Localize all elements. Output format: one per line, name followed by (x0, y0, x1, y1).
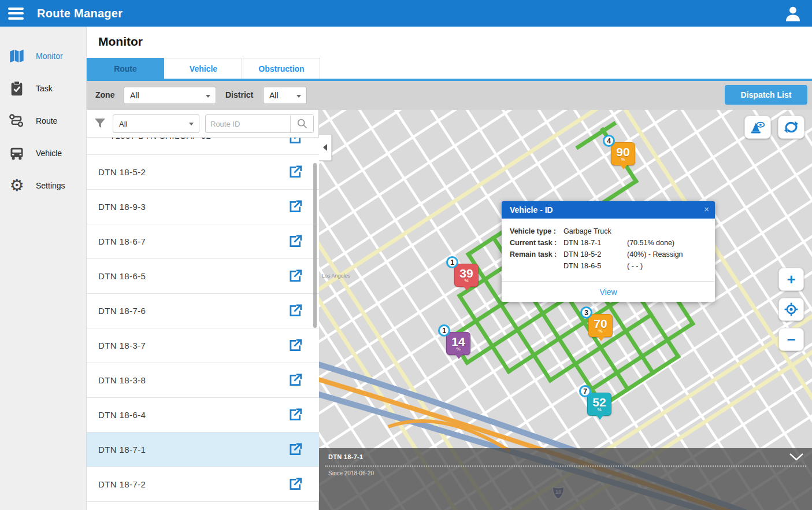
filter-funnel-icon (94, 117, 106, 132)
gear-icon: ⚙ (8, 177, 25, 194)
map-marker[interactable]: 1 39 % (454, 264, 479, 287)
popup-row-status: (40%) - Reassign (627, 249, 708, 260)
traffic-cone-eye-icon (750, 120, 765, 135)
export-route-icon[interactable] (288, 442, 303, 459)
app-title: Route Manager (37, 7, 123, 20)
sidebar-item-label: Vehicle (36, 149, 62, 158)
sidebar-item-settings[interactable]: ⚙ Settings (0, 172, 87, 199)
zoom-in-button[interactable]: + (778, 268, 804, 291)
marker-box: 70 % (588, 314, 613, 337)
route-type-select[interactable]: All (113, 114, 199, 133)
marker-pointer (596, 415, 604, 420)
map-marker[interactable]: 1 14 % (446, 332, 470, 355)
route-list-item[interactable]: DTN 18-3-8 (87, 363, 319, 398)
marker-count-badge: 4 (603, 135, 615, 147)
marker-percent-sign: % (598, 329, 602, 334)
obstruction-toggle-button[interactable] (744, 116, 771, 139)
dispatch-list-button[interactable]: Dispatch List (725, 85, 807, 105)
popup-row-status: ( - - ) (627, 260, 708, 272)
marker-pointer (597, 336, 605, 341)
collapse-panel-button[interactable] (319, 134, 332, 161)
list-scrollbar-thumb[interactable] (313, 163, 317, 328)
popup-row-value: Garbage Truck (563, 226, 627, 237)
district-label: District (225, 90, 253, 99)
route-list-item[interactable]: DTN 18-6-4 (87, 398, 319, 433)
marker-percent-sign: % (597, 408, 601, 412)
district-select[interactable]: All (263, 87, 307, 104)
export-route-icon[interactable] (288, 338, 303, 354)
user-icon[interactable] (783, 4, 803, 24)
marker-pointer (463, 286, 471, 291)
marker-percent-value: 14 (451, 336, 465, 347)
zoom-out-button[interactable]: − (778, 328, 804, 351)
popup-row-label: Vehicle type : (510, 226, 563, 237)
route-list-item[interactable]: DTN 18-6-7 (87, 224, 319, 259)
route-id-label: DTN 18-3-8 (98, 375, 146, 385)
search-icon[interactable] (290, 115, 313, 132)
popup-row-value: DTN 18-7-1 (563, 237, 627, 249)
sidebar-item-task[interactable]: Task (0, 75, 87, 102)
popup-title: Vehicle - ID (510, 205, 553, 215)
divider (325, 465, 806, 467)
marker-box: 39 % (454, 264, 479, 287)
map-marker[interactable]: 3 70 % (588, 314, 613, 337)
marker-count-badge: 1 (446, 256, 458, 268)
map-marker[interactable]: 7 52 % (587, 393, 611, 416)
menu-icon[interactable] (8, 5, 25, 22)
export-route-icon[interactable] (288, 199, 303, 216)
route-list-rows: T1837 DTN SHILGAP 02 DTN 18-5-2 DTN 18-9… (87, 138, 319, 510)
marker-percent-sign: % (456, 347, 460, 352)
marker-count-badge: 1 (438, 324, 450, 337)
marker-percent-value: 90 (616, 146, 629, 157)
map[interactable]: 10 Los Angeles + − Vehicle - I (319, 110, 812, 510)
export-route-icon[interactable] (288, 304, 303, 320)
export-route-icon[interactable] (288, 138, 303, 147)
chevron-down-icon (189, 123, 194, 125)
zone-label: Zone (95, 90, 114, 99)
chevron-down-icon (296, 95, 301, 98)
route-list-item[interactable]: DTN 18-6-5 (87, 259, 319, 294)
map-marker[interactable]: 4 90 % (611, 142, 635, 165)
export-route-icon[interactable] (288, 269, 303, 285)
export-route-icon[interactable] (288, 234, 303, 250)
popup-row-label: Current task : (510, 237, 563, 249)
route-list-item[interactable]: DTN 18-3-7 (87, 328, 319, 363)
close-icon[interactable]: × (704, 204, 709, 214)
view-link[interactable]: View (599, 287, 617, 297)
sidebar-item-route[interactable]: Route (0, 108, 87, 134)
route-list-item[interactable]: DTN 18-7-1 (87, 433, 319, 467)
chevron-down-icon[interactable] (789, 453, 804, 464)
sidebar-item-monitor[interactable]: Monitor (0, 43, 87, 69)
locate-button[interactable] (778, 298, 804, 321)
popup-row-label: Remain task : (510, 249, 563, 260)
export-route-icon[interactable] (288, 165, 303, 181)
route-id-label: DTN 18-7-6 (98, 306, 146, 316)
export-route-icon[interactable] (288, 408, 303, 424)
route-search-input[interactable] (206, 115, 290, 132)
tab-obstruction[interactable]: Obstruction (243, 58, 320, 79)
refresh-icon (784, 120, 799, 135)
vehicle-popup: Vehicle - ID × Vehicle type :Garbage Tru… (502, 201, 715, 302)
tab-bar: Route Vehicle Obstruction (87, 58, 321, 79)
zone-select[interactable]: All (124, 87, 216, 104)
refresh-routes-button[interactable] (778, 116, 804, 139)
export-route-icon[interactable] (288, 477, 303, 493)
route-info-title: DTN 18-7-1 (328, 453, 363, 460)
route-list-item[interactable]: DTN 18-9-3 (87, 190, 319, 224)
route-list-item[interactable]: DTN 18-7-2 (87, 467, 319, 502)
route-list-item[interactable]: DTN 18-7-6 (87, 294, 319, 328)
marker-pointer (620, 164, 628, 169)
marker-count-badge: 7 (579, 385, 591, 397)
route-list-item[interactable]: DTN 18-5-2 (87, 155, 319, 190)
tab-route[interactable]: Route (87, 58, 164, 79)
tab-vehicle[interactable]: Vehicle (165, 58, 242, 79)
route-id-label: DTN 18-6-4 (98, 410, 146, 420)
marker-pointer (455, 354, 463, 359)
sidebar-item-vehicle[interactable]: Vehicle (0, 140, 87, 167)
export-route-icon[interactable] (288, 373, 303, 389)
route-list-item-partial[interactable]: T1837 DTN SHILGAP 02 (87, 138, 319, 155)
marker-percent-value: 52 (592, 397, 606, 408)
route-id-label: DTN 18-9-3 (98, 202, 146, 212)
marker-box: 52 % (587, 393, 611, 416)
route-list-panel: All T1837 DTN SHILGAP 02 DTN 18-5-2 (87, 110, 319, 510)
